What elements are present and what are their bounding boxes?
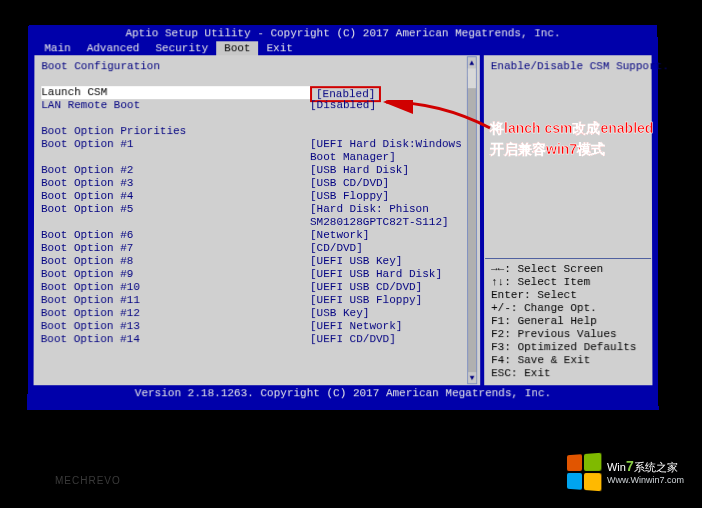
boot-option-value[interactable]: [USB CD/DVD] <box>310 177 465 190</box>
annotation-line2: 开启兼容win7模式 <box>490 139 660 160</box>
annotation-text: 将lanch csm改成enabled 开启兼容win7模式 <box>490 118 660 160</box>
windows-logo-icon <box>567 453 601 492</box>
menu-main[interactable]: Main <box>36 41 78 55</box>
menu-boot[interactable]: Boot <box>216 41 258 55</box>
boot-option-label[interactable]: Boot Option #7 <box>41 242 310 255</box>
boot-option-label[interactable]: Boot Option #11 <box>41 294 310 307</box>
boot-option-value[interactable]: [Network] <box>310 229 465 242</box>
boot-option-label[interactable]: Boot Option #13 <box>41 320 310 333</box>
watermark-url: Www.Winwin7.com <box>607 475 684 486</box>
boot-option-value-cont: Boot Manager] <box>310 151 465 164</box>
boot-option-label[interactable]: Boot Option #4 <box>41 190 310 203</box>
boot-option-label[interactable]: Boot Option #1 <box>41 138 310 151</box>
help-line: ↑↓: Select Item <box>491 276 645 289</box>
title-bar: Aptio Setup Utility - Copyright (C) 2017… <box>28 25 657 41</box>
help-line: F1: General Help <box>491 315 645 328</box>
boot-option-label[interactable]: Boot Option #8 <box>41 255 310 268</box>
help-line: →←: Select Screen <box>491 263 645 276</box>
lan-remote-value[interactable]: [Disabled] <box>310 99 465 112</box>
boot-option-value[interactable]: [UEFI USB Key] <box>310 255 465 268</box>
help-line: F2: Previous Values <box>491 328 645 341</box>
boot-option-value[interactable]: [USB Hard Disk] <box>310 164 465 177</box>
scrollbar[interactable]: ▲ ▼ <box>467 56 477 384</box>
boot-option-value-cont: SM280128GPTC82T-S112] <box>310 216 465 229</box>
bios-screen: Aptio Setup Utility - Copyright (C) 2017… <box>27 25 658 410</box>
annotation-line1: 将lanch csm改成enabled <box>490 118 660 139</box>
launch-csm-label[interactable]: Launch CSM <box>41 86 310 99</box>
help-line: F3: Optimized Defaults <box>491 341 645 354</box>
boot-option-value[interactable]: [UEFI USB CD/DVD] <box>310 281 465 294</box>
boot-option-value[interactable]: [USB Floppy] <box>310 190 465 203</box>
boot-option-label[interactable]: Boot Option #10 <box>41 281 310 294</box>
priorities-title: Boot Option Priorities <box>41 125 310 138</box>
menu-exit[interactable]: Exit <box>259 41 301 55</box>
help-line: F4: Save & Exit <box>491 354 645 367</box>
watermark: Win7系统之家 Www.Winwin7.com <box>565 454 684 490</box>
boot-option-label[interactable]: Boot Option #6 <box>41 229 310 242</box>
boot-option-value[interactable]: [UEFI USB Hard Disk] <box>310 268 465 281</box>
scroll-down-icon[interactable]: ▼ <box>468 372 476 383</box>
boot-option-value[interactable]: [UEFI Network] <box>310 320 465 333</box>
boot-option-label[interactable]: Boot Option #2 <box>41 164 310 177</box>
right-panel: Enable/Disable CSM Support. →←: Select S… <box>484 55 653 385</box>
content-area: Boot Configuration Launch CSM LAN Remote… <box>28 55 659 385</box>
version-footer: Version 2.18.1263. Copyright (C) 2017 Am… <box>27 385 658 401</box>
left-panel: Boot Configuration Launch CSM LAN Remote… <box>34 55 481 385</box>
boot-option-label[interactable]: Boot Option #9 <box>41 268 310 281</box>
boot-option-value[interactable]: [UEFI CD/DVD] <box>310 333 465 346</box>
boot-option-label[interactable]: Boot Option #14 <box>41 333 310 346</box>
boot-option-value[interactable]: [UEFI USB Floppy] <box>310 294 465 307</box>
boot-option-value[interactable]: [USB Key] <box>310 307 465 320</box>
lan-remote-label[interactable]: LAN Remote Boot <box>41 99 310 112</box>
watermark-title: Win7系统之家 <box>607 458 684 475</box>
boot-option-label[interactable]: Boot Option #12 <box>41 307 310 320</box>
scroll-up-icon[interactable]: ▲ <box>468 57 476 68</box>
menu-advanced[interactable]: Advanced <box>79 41 148 55</box>
boot-option-value[interactable]: [CD/DVD] <box>310 242 465 255</box>
section-title: Boot Configuration <box>41 60 310 73</box>
menu-bar: Main Advanced Security Boot Exit <box>28 41 657 55</box>
boot-option-label[interactable]: Boot Option #5 <box>41 203 310 216</box>
help-line: ESC: Exit <box>491 367 645 380</box>
help-line: Enter: Select <box>491 289 645 302</box>
divider <box>485 258 651 259</box>
scroll-thumb[interactable] <box>468 68 476 88</box>
laptop-brand: MECHREVO <box>55 475 121 486</box>
boot-option-value[interactable]: [Hard Disk: Phison <box>310 203 465 216</box>
option-description: Enable/Disable CSM Support. <box>491 60 645 73</box>
menu-security[interactable]: Security <box>147 41 216 55</box>
boot-option-value[interactable]: [UEFI Hard Disk:Windows <box>310 138 465 151</box>
help-line: +/-: Change Opt. <box>491 302 645 315</box>
boot-option-label[interactable]: Boot Option #3 <box>41 177 310 190</box>
